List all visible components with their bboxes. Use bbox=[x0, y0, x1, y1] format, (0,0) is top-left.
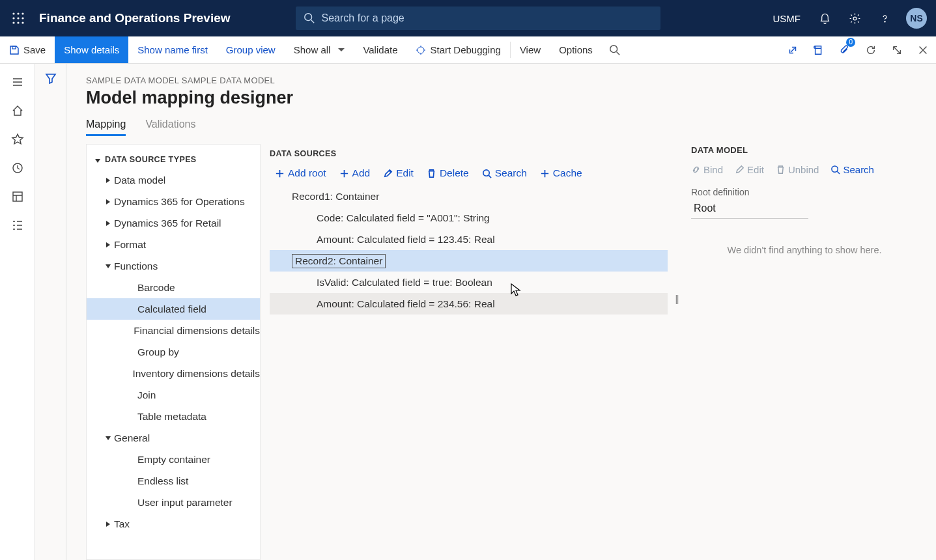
ds-type-item[interactable]: Table metadata bbox=[87, 406, 260, 427]
caret-right-icon[interactable] bbox=[106, 178, 110, 183]
ds-tree-item[interactable]: IsValid: Calculated field = true: Boolea… bbox=[270, 272, 668, 293]
delete-button[interactable]: Delete bbox=[427, 167, 469, 179]
add-root-button[interactable]: Add root bbox=[275, 167, 326, 179]
attachment-action-icon[interactable]: 0 bbox=[832, 36, 858, 63]
ds-type-item[interactable]: Endless list bbox=[87, 470, 260, 492]
filter-icon[interactable] bbox=[35, 72, 66, 87]
ds-type-label: Functions bbox=[114, 260, 158, 272]
nav-rail bbox=[0, 64, 35, 560]
ds-type-item[interactable]: Inventory dimensions details bbox=[87, 363, 260, 384]
ds-tree-label: IsValid: Calculated field = true: Boolea… bbox=[317, 277, 492, 288]
ds-tree-label: Amount: Calculated field = 234.56: Real bbox=[317, 298, 495, 310]
ds-type-label: Empty container bbox=[137, 454, 210, 466]
search-dm-button[interactable]: Search bbox=[830, 164, 874, 175]
svg-point-11 bbox=[853, 17, 857, 20]
ds-type-item[interactable]: Data model bbox=[87, 169, 260, 191]
tab-mapping[interactable]: Mapping bbox=[86, 119, 126, 136]
caret-down-icon[interactable] bbox=[106, 264, 111, 268]
ds-type-item[interactable]: Format bbox=[87, 234, 260, 255]
caret-right-icon[interactable] bbox=[106, 522, 110, 527]
gear-icon[interactable] bbox=[842, 6, 867, 31]
edit-button[interactable]: Edit bbox=[383, 167, 414, 179]
ds-type-item[interactable]: Tax bbox=[87, 513, 260, 535]
resize-handle-icon[interactable]: ‖ bbox=[675, 294, 679, 304]
show-details-button[interactable]: Show details bbox=[55, 36, 128, 63]
empty-state-text: We didn't find anything to show here. bbox=[691, 245, 918, 255]
ds-type-item[interactable]: Join bbox=[87, 384, 260, 406]
ds-type-item[interactable]: Dynamics 365 for Retail bbox=[87, 212, 260, 234]
caret-right-icon[interactable] bbox=[106, 221, 110, 226]
ds-type-item[interactable]: Group by bbox=[87, 341, 260, 363]
cache-button[interactable]: Cache bbox=[540, 167, 582, 179]
data-sources-panel: DATA SOURCES Add root Add Edit Delete Se… bbox=[270, 144, 674, 560]
ds-type-item[interactable]: User input parameter bbox=[87, 492, 260, 513]
company-picker[interactable]: USMF bbox=[767, 13, 808, 24]
ds-type-item[interactable]: Calculated field bbox=[87, 298, 260, 320]
start-debugging-button[interactable]: Start Debugging bbox=[406, 36, 509, 63]
workspace-icon[interactable] bbox=[0, 182, 35, 211]
ds-type-label: Inventory dimensions details bbox=[132, 368, 260, 380]
home-icon[interactable] bbox=[0, 96, 35, 125]
bell-icon[interactable] bbox=[812, 6, 837, 31]
caret-right-icon[interactable] bbox=[106, 199, 110, 204]
clock-icon[interactable] bbox=[0, 154, 35, 182]
ds-type-item[interactable]: Barcode bbox=[87, 277, 260, 298]
ds-type-item[interactable]: Functions bbox=[87, 255, 260, 277]
page-title: Model mapping designer bbox=[86, 88, 918, 108]
svg-point-4 bbox=[17, 17, 19, 19]
show-name-first-button[interactable]: Show name first bbox=[128, 36, 217, 63]
options-menu[interactable]: Options bbox=[550, 36, 602, 63]
svg-rect-13 bbox=[12, 46, 16, 49]
ds-tree-item[interactable]: Amount: Calculated field = 234.56: Real bbox=[270, 293, 668, 315]
app-header: Finance and Operations Preview USMF NS bbox=[0, 0, 936, 36]
root-definition-label: Root definition bbox=[691, 187, 918, 197]
group-view-button[interactable]: Group view bbox=[217, 36, 285, 63]
ds-tree-item[interactable]: Record2: Container bbox=[270, 250, 668, 272]
svg-line-16 bbox=[617, 51, 620, 55]
link-action-icon[interactable] bbox=[780, 36, 806, 63]
app-title: Finance and Operations Preview bbox=[39, 11, 231, 25]
ds-type-label: Barcode bbox=[137, 282, 175, 294]
ds-type-item[interactable]: Financial dimensions details bbox=[87, 320, 260, 341]
global-search[interactable] bbox=[296, 7, 660, 30]
page-tabs: Mapping Validations bbox=[86, 119, 918, 136]
data-source-types-header[interactable]: DATA SOURCE TYPES bbox=[87, 150, 260, 169]
ds-type-label: Tax bbox=[114, 518, 130, 530]
ds-tree-item[interactable]: Amount: Calculated field = 123.45: Real bbox=[270, 229, 668, 250]
ds-type-item[interactable]: Empty container bbox=[87, 449, 260, 470]
close-action-icon[interactable] bbox=[910, 36, 936, 63]
help-icon[interactable] bbox=[872, 6, 897, 31]
app-launcher-icon[interactable] bbox=[4, 4, 33, 33]
data-model-header: DATA MODEL bbox=[691, 145, 918, 155]
caret-down-icon[interactable] bbox=[106, 436, 111, 440]
ds-tree-label: Record1: Container bbox=[292, 191, 379, 203]
validate-button[interactable]: Validate bbox=[354, 36, 406, 63]
star-icon[interactable] bbox=[0, 125, 35, 154]
caret-down-icon bbox=[95, 159, 100, 163]
global-search-input[interactable] bbox=[322, 12, 653, 24]
tab-validations[interactable]: Validations bbox=[145, 119, 195, 136]
save-button[interactable]: Save bbox=[0, 36, 55, 63]
svg-point-8 bbox=[21, 21, 23, 23]
data-model-panel: DATA MODEL Bind Edit Unbind Search Root … bbox=[683, 144, 918, 560]
data-sources-header: DATA SOURCES bbox=[270, 144, 668, 165]
add-button[interactable]: Add bbox=[339, 167, 371, 179]
ds-type-item[interactable]: General bbox=[87, 427, 260, 449]
ds-tree-item[interactable]: Code: Calculated field = "A001": String bbox=[270, 207, 668, 229]
ds-type-item[interactable]: Dynamics 365 for Operations bbox=[87, 191, 260, 212]
search-ds-button[interactable]: Search bbox=[482, 167, 527, 179]
ds-type-label: Financial dimensions details bbox=[134, 325, 260, 337]
hamburger-icon[interactable] bbox=[0, 68, 35, 96]
search-action-icon[interactable] bbox=[602, 36, 628, 63]
user-avatar[interactable]: NS bbox=[906, 8, 927, 29]
popout-action-icon[interactable] bbox=[884, 36, 910, 63]
refresh-action-icon[interactable] bbox=[858, 36, 884, 63]
ds-tree-item[interactable]: Record1: Container bbox=[270, 186, 668, 207]
caret-right-icon[interactable] bbox=[106, 242, 110, 247]
book-action-icon[interactable] bbox=[806, 36, 832, 63]
root-definition-value[interactable]: Root bbox=[691, 200, 808, 219]
filter-rail bbox=[35, 64, 66, 560]
view-menu[interactable]: View bbox=[511, 36, 550, 63]
show-all-dropdown[interactable]: Show all bbox=[285, 36, 354, 63]
modules-icon[interactable] bbox=[0, 211, 35, 240]
